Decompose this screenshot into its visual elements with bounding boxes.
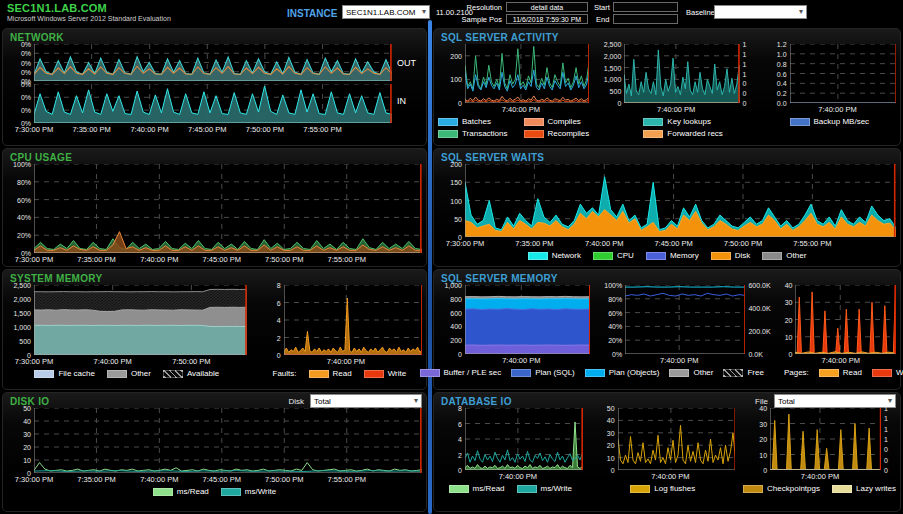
sysmem_faults-plot[interactable] [284,285,422,355]
dbio_chk-x-axis: 7:40:00 PM [770,470,881,481]
resolution-value[interactable]: detail data [506,2,588,12]
sql-memory-pages-chart[interactable]: 0102030407:40:00 PM [768,285,896,365]
x-tick-label: 7:55:00 PM [328,475,366,484]
system-memory-panel: SYSTEM MEMORY 05001,0001,5002,0002,5007:… [2,269,427,390]
legend-swatch [711,252,731,260]
legend-swatch [163,370,183,378]
legend-item: Other [669,368,713,377]
sysmem_main-plot[interactable] [34,285,247,355]
memory-faults-chart[interactable]: 024687:40:00 PM [257,285,422,366]
dbio_log-plot[interactable] [618,408,736,470]
legend-label: Buffer / PLE sec [444,368,502,377]
x-tick-label: 7:45:00 PM [203,255,241,264]
activity_lookups-plot[interactable] [624,44,739,103]
x-tick-label: 7:30:00 PM [15,255,53,264]
dbio_chk-plot[interactable] [770,408,881,470]
x-tick-label: 7:50:00 PM [246,125,284,134]
waits-plot[interactable] [465,164,896,237]
y-tick-label: 0% [21,41,31,48]
chevron-down-icon: ▾ [414,397,418,405]
legend-swatch [790,118,810,126]
instance-select[interactable]: SEC1N1.LAB.COM ▾ [342,5,430,19]
system-memory-chart[interactable]: 05001,0001,5002,0002,5007:30:00 PM7:40:0… [7,285,247,366]
legend-swatch [34,370,54,378]
sql-waits-chart[interactable]: 0501001502007:30:00 PM7:35:00 PM7:40:00 … [438,164,896,248]
baseline-label: Baseline [686,8,715,17]
cpu-plot[interactable] [34,164,422,253]
y-tick-label: 1 [743,70,747,77]
file-select[interactable]: Total ▾ [774,394,896,408]
y-tick-label: 0 [743,90,747,97]
diskio-plot[interactable] [34,408,422,473]
disk-io-chart[interactable]: 010203040507:30:00 PM7:35:00 PM7:40:00 P… [7,408,422,484]
sysmem_main-y-axis-left: 05001,0001,5002,0002,500 [7,285,34,355]
database-io-ms-chart[interactable]: 024687:40:00 PM [438,408,583,481]
network-in-chart[interactable]: 0%0%0%0%7:30:00 PM7:35:00 PM7:40:00 PM7:… [7,84,392,134]
y-tick-label: 0 [884,446,888,453]
activity-backup-chart[interactable]: 0.00.20.40.60.81.01.27:40:00 PM [763,44,896,114]
sql-memory-pct-chart[interactable]: 0%20%40%60%80%100%0.0K200.0K400.0K600.0K… [598,285,760,365]
network-panel-title: NETWORK [7,30,422,44]
x-tick-label: 7:40:00 PM [499,472,537,481]
legend-swatch [762,252,782,260]
activity_backup-plot[interactable] [790,44,896,103]
sqlmem_pct-plot[interactable] [625,285,745,354]
baseline-select[interactable]: ▾ [714,5,807,19]
y-tick-label: 500 [19,338,31,345]
x-tick-label: 7:50:00 PM [265,475,303,484]
database-io-checkpoint-chart[interactable]: 01020304000011117:40:00 PM [743,408,896,481]
waits-y-axis-left: 050100150200 [438,164,465,237]
legend-label: Write [388,369,407,378]
dbio_ms-plot[interactable] [465,408,583,470]
start-input[interactable] [613,2,678,12]
system-memory-panel-title: SYSTEM MEMORY [7,271,422,285]
activity_lookups-y-axis-right: 0001111 [740,44,755,103]
sql-activity-panel-title: SQL SERVER ACTIVITY [438,30,896,44]
legend-item: ms/Write [221,487,276,496]
legend-swatch [524,118,544,126]
end-input[interactable] [613,14,678,24]
x-tick-label: 7:40:00 PM [818,105,856,114]
network_out-plot[interactable] [34,44,392,81]
legend-swatch [221,488,241,496]
x-tick-label: 7:40:00 PM [822,356,860,365]
legend-swatch [524,130,544,138]
legend-item: Batches [438,117,508,126]
x-tick-label: 7:55:00 PM [328,255,366,264]
x-tick-label: 7:45:00 PM [203,475,241,484]
legend-item: Read [819,368,862,377]
y-tick-label: 80% [17,178,31,185]
disk-select-label: Disk [288,397,304,406]
activity_lookups-y-axis-left: 05001,0001,5002,0002,500 [597,44,624,103]
x-tick-label: 7:50:00 PM [172,357,210,366]
sql-memory-area-chart[interactable]: 02004006008001,0007:40:00 PM [438,285,590,365]
legend-item: Memory [646,251,699,260]
legend-swatch [438,130,458,138]
dbio_ms-y-axis-left: 02468 [438,408,465,470]
cpu-usage-chart[interactable]: 0%20%40%60%80%100%7:30:00 PM7:35:00 PM7:… [7,164,422,264]
activity_main-plot[interactable] [465,44,589,103]
legend-item: Write [872,368,903,377]
sample-pos-value[interactable]: 11/6/2018 7:59:30 PM [506,14,588,24]
y-tick-label: 50 [454,215,462,222]
legend-item: Disk [711,251,751,260]
sql-activity-panel: SQL SERVER ACTIVITY 01002007:40:00 PM Ba… [433,28,901,146]
y-tick-label: 0.8 [777,60,787,67]
activity-main-chart[interactable]: 01002007:40:00 PM [438,44,589,114]
network-out-chart[interactable]: 0%0%0%0%0% [7,44,392,81]
y-tick-label: 0 [789,351,793,358]
y-tick-label: 0.2 [777,90,787,97]
legend-label: Forwarded recs [667,129,723,138]
y-tick-label: 40 [607,417,615,424]
chevron-down-icon: ▾ [422,8,426,16]
y-tick-label: 60% [17,196,31,203]
legend-label: Plan (Objects) [609,368,660,377]
sqlmem_main-plot[interactable] [465,285,590,354]
disk-select[interactable]: Total ▾ [310,394,422,408]
sqlmem_pages-plot[interactable] [795,285,896,354]
database-io-log-chart[interactable]: 010203040507:40:00 PM [591,408,736,481]
activity-lookups-chart[interactable]: 05001,0001,5002,0002,50000011117:40:00 P… [597,44,754,114]
legend-label: ms/Write [541,484,572,493]
network_in-plot[interactable] [34,84,392,123]
legend-item: Read [309,369,352,378]
